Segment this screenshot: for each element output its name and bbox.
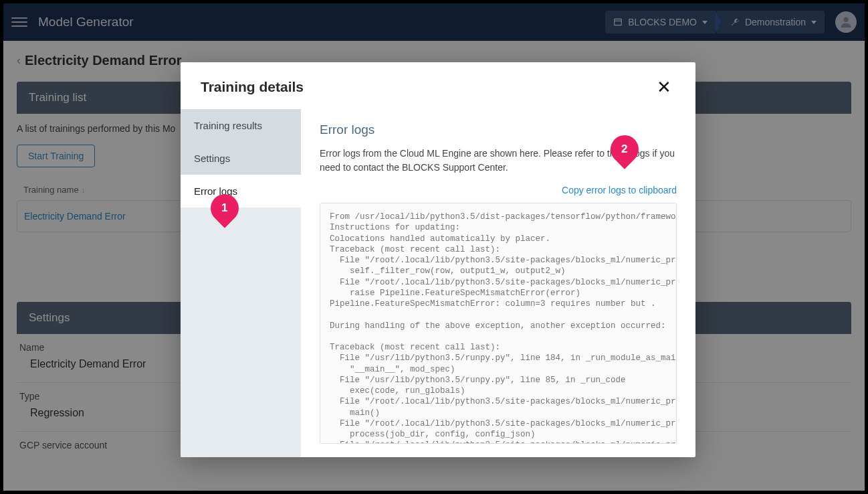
- sidebar-item-settings[interactable]: Settings: [181, 142, 301, 175]
- training-details-modal: Training details ✕ Training results Sett…: [181, 62, 695, 457]
- error-log-box[interactable]: From /usr/local/lib/python3.5/dist-packa…: [320, 203, 677, 444]
- error-log-text: From /usr/local/lib/python3.5/dist-packa…: [330, 212, 667, 444]
- modal-header: Training details ✕: [181, 62, 695, 109]
- sidebar-item-error-logs[interactable]: Error logs: [181, 175, 301, 208]
- error-logs-desc: Error logs from the Cloud ML Engine are …: [320, 147, 677, 175]
- close-icon[interactable]: ✕: [653, 77, 675, 97]
- modal-title: Training details: [201, 79, 304, 95]
- sidebar-item-training-results[interactable]: Training results: [181, 109, 301, 142]
- modal-main: Error logs Error logs from the Cloud ML …: [301, 109, 695, 457]
- error-logs-heading: Error logs: [320, 122, 677, 137]
- modal-sidebar: Training results Settings Error logs: [181, 109, 301, 457]
- copy-error-logs-link[interactable]: Copy error logs to clipboard: [562, 185, 677, 195]
